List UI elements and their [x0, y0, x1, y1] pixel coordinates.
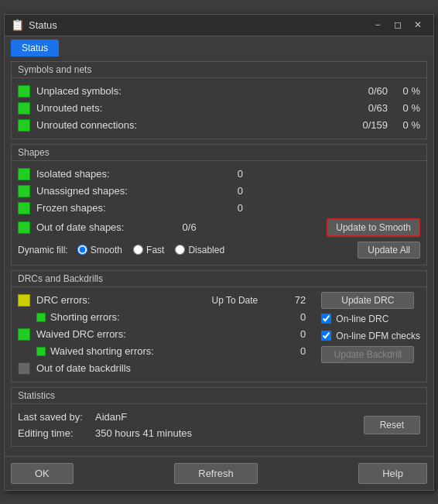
- statistics-section: Statistics Last saved by: AidanF Editing…: [11, 387, 427, 447]
- shorting-errors-row: Shorting errors: 0: [36, 309, 315, 326]
- update-to-smooth-button[interactable]: Update to Smooth: [327, 218, 420, 237]
- unrouted-nets-percent: 0 %: [397, 102, 420, 114]
- online-drc-row: On-line DRC: [321, 312, 388, 326]
- unassigned-shapes-value: 0: [204, 185, 243, 197]
- window-icon: 📋: [11, 19, 24, 31]
- out-of-date-shapes-row: Out of date shapes: 0/6 Update to Smooth: [18, 217, 420, 238]
- waived-shorting-label: Waived shorting errors:: [50, 345, 267, 357]
- symbols-nets-body: Unplaced symbols: 0/60 0 % Unrouted nets…: [12, 78, 426, 139]
- drcs-section: DRCs and Backdrills DRC errors: Up To Da…: [11, 270, 427, 382]
- shorting-errors-value: 0: [267, 311, 306, 323]
- waived-drc-value: 0: [267, 328, 306, 340]
- statistics-body: Last saved by: AidanF Editing time: 350 …: [12, 404, 426, 446]
- drc-errors-row: DRC errors: Up To Date 72: [18, 292, 315, 309]
- unassigned-shapes-row: Unassigned shapes: 0: [18, 183, 420, 200]
- drc-errors-label: DRC errors:: [36, 294, 211, 306]
- out-of-date-shapes-value: 0/6: [158, 221, 197, 233]
- shapes-section: Shapes Isolated shapes: 0 Unassigned sha…: [11, 144, 427, 266]
- radio-disabled[interactable]: Disabled: [175, 245, 224, 255]
- unassigned-shapes-led: [18, 185, 30, 197]
- radio-group: Smooth Fast Disabled: [77, 245, 224, 255]
- drcs-header: DRCs and Backdrills: [12, 271, 426, 287]
- radio-fast[interactable]: Fast: [133, 245, 164, 255]
- drcs-rows: DRC errors: Up To Date 72 Shorting error…: [18, 292, 315, 377]
- unrouted-nets-value: 0/63: [349, 102, 388, 114]
- maximize-button[interactable]: ◻: [388, 17, 407, 33]
- statistics-labels: Last saved by: AidanF Editing time: 350 …: [18, 409, 192, 441]
- unplaced-symbols-label: Unplaced symbols:: [36, 85, 349, 97]
- main-window: 📋 Status − ◻ ✕ Status Symbols and nets U…: [4, 14, 434, 491]
- backdrills-led: [18, 362, 30, 375]
- shorting-errors-led: [36, 313, 46, 322]
- update-backdrill-button[interactable]: Update Backdrill: [321, 346, 414, 363]
- help-button[interactable]: Help: [358, 463, 427, 484]
- isolated-shapes-label: Isolated shapes:: [36, 168, 204, 180]
- unrouted-connections-percent: 0 %: [397, 119, 420, 131]
- backdrills-row: Out of date backdrills: [18, 360, 315, 377]
- unrouted-nets-row: Unrouted nets: 0/63 0 %: [18, 100, 420, 117]
- unrouted-connections-row: Unrouted connections: 0/159 0 %: [18, 117, 420, 134]
- unrouted-connections-value: 0/159: [349, 119, 388, 131]
- out-of-date-shapes-label: Out of date shapes:: [36, 221, 158, 233]
- drcs-body: DRC errors: Up To Date 72 Shorting error…: [12, 287, 426, 382]
- statistics-inner: Last saved by: AidanF Editing time: 350 …: [18, 409, 420, 441]
- drc-buttons: Update DRC On-line DRC On-line DFM check…: [321, 292, 420, 363]
- online-dfm-row: On-line DFM checks: [321, 329, 420, 343]
- tab-status[interactable]: Status: [11, 39, 59, 57]
- update-drc-button[interactable]: Update DRC: [321, 292, 414, 309]
- unrouted-nets-led: [18, 102, 30, 115]
- unrouted-connections-led: [18, 119, 30, 132]
- waived-drc-led: [18, 328, 30, 341]
- isolated-shapes-value: 0: [204, 168, 243, 180]
- online-drc-label: On-line DRC: [336, 314, 388, 324]
- last-saved-label: Last saved by:: [18, 411, 95, 423]
- radio-smooth[interactable]: Smooth: [77, 245, 122, 255]
- title-bar: 📋 Status − ◻ ✕: [5, 15, 433, 36]
- symbols-nets-section: Symbols and nets Unplaced symbols: 0/60 …: [11, 61, 427, 139]
- symbols-nets-header: Symbols and nets: [12, 62, 426, 78]
- backdrills-label: Out of date backdrills: [36, 362, 315, 374]
- dynamic-fill-label: Dynamic fill:: [18, 245, 68, 255]
- editing-time-value: 350 hours 41 minutes: [95, 427, 192, 439]
- window-title: Status: [29, 19, 57, 31]
- dynamic-fill-row: Dynamic fill: Smooth Fast Disabled: [18, 238, 420, 260]
- title-controls: − ◻ ✕: [368, 17, 427, 33]
- minimize-button[interactable]: −: [368, 17, 387, 33]
- drcs-main-row: DRC errors: Up To Date 72 Shorting error…: [18, 292, 420, 377]
- title-bar-left: 📋 Status: [11, 19, 57, 31]
- refresh-button[interactable]: Refresh: [174, 463, 258, 484]
- unrouted-nets-label: Unrouted nets:: [36, 102, 349, 114]
- out-of-date-shapes-led: [18, 221, 30, 234]
- editing-time-label: Editing time:: [18, 427, 95, 439]
- editing-time-row: Editing time: 350 hours 41 minutes: [18, 425, 192, 441]
- waived-drc-label: Waived DRC errors:: [36, 328, 267, 340]
- unplaced-symbols-led: [18, 85, 30, 98]
- close-button[interactable]: ✕: [409, 17, 427, 33]
- isolated-shapes-row: Isolated shapes: 0: [18, 166, 420, 183]
- isolated-shapes-led: [18, 168, 30, 180]
- unplaced-symbols-value: 0/60: [349, 85, 388, 97]
- bottom-bar: OK Refresh Help: [5, 456, 433, 490]
- drc-errors-led: [18, 294, 30, 307]
- frozen-shapes-label: Frozen shapes:: [36, 202, 204, 214]
- last-saved-row: Last saved by: AidanF: [18, 409, 192, 425]
- waived-shorting-led: [36, 347, 46, 356]
- shapes-header: Shapes: [12, 145, 426, 161]
- frozen-shapes-value: 0: [204, 202, 243, 214]
- ok-button[interactable]: OK: [11, 463, 74, 484]
- drc-errors-value: 72: [267, 294, 306, 306]
- unassigned-shapes-label: Unassigned shapes:: [36, 185, 204, 197]
- shapes-body: Isolated shapes: 0 Unassigned shapes: 0 …: [12, 161, 426, 265]
- last-saved-value: AidanF: [95, 411, 127, 423]
- online-drc-checkbox[interactable]: [321, 314, 331, 324]
- unrouted-connections-label: Unrouted connections:: [36, 119, 349, 131]
- update-all-button[interactable]: Update All: [358, 242, 420, 259]
- drc-errors-status: Up To Date: [211, 295, 258, 306]
- frozen-shapes-led: [18, 202, 30, 214]
- online-dfm-checkbox[interactable]: [321, 331, 331, 341]
- tab-bar: Status: [5, 36, 433, 57]
- waived-shorting-value: 0: [267, 345, 306, 357]
- statistics-header: Statistics: [12, 388, 426, 404]
- waived-shorting-row: Waived shorting errors: 0: [36, 343, 315, 360]
- reset-button[interactable]: Reset: [364, 416, 420, 434]
